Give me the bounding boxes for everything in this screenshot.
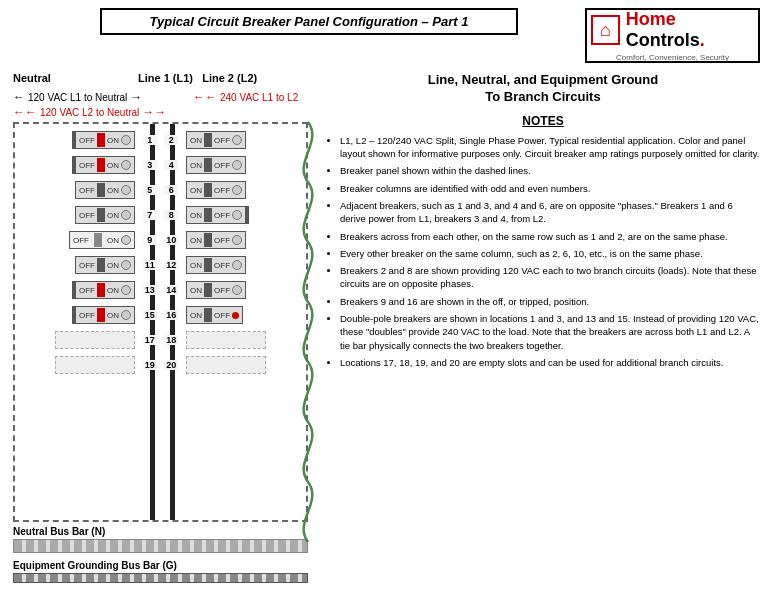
breaker-unit-2[interactable]: ON OFF [186,131,246,149]
neutral-label: Neutral [13,72,51,84]
arrow-120-l1-label: 120 VAC L1 to Neutral [28,92,127,103]
breaker-num-10: 10 [164,235,178,245]
left-breaker-13: OFF ON [19,281,139,299]
breaker-off-label: OFF [214,211,230,220]
breaker-unit-11[interactable]: OFF ON [75,256,135,274]
breaker-off-label: OFF [79,261,95,270]
notes-title: NOTES [326,114,760,128]
breaker-on-label: ON [107,286,119,295]
breaker-circle [232,135,242,145]
arrow-left-red-icon: ←← [13,105,37,119]
breaker-row-1-2: OFF ON 1 2 ON [19,128,302,152]
breaker-unit-15[interactable]: OFF ON [72,306,135,324]
breaker-unit-4[interactable]: ON OFF [186,156,246,174]
ground-bus-bar [13,573,308,583]
breaker-on-label: ON [190,286,202,295]
right-breaker-2: ON OFF [182,131,302,149]
breaker-unit-1[interactable]: OFF ON [72,131,135,149]
arrow-240: ←← 240 VAC L1 to L2 [193,90,301,104]
breaker-circle [121,135,131,145]
left-breaker-3: OFF ON [19,156,139,174]
breaker-circle [232,185,242,195]
breaker-unit-3[interactable]: OFF ON [72,156,135,174]
tripped-indicator [232,312,239,319]
arrow-240-label: 240 VAC L1 to L2 [220,92,298,103]
breaker-on-label: ON [190,136,202,145]
neutral-bus-bar [13,539,308,553]
breaker-row-17-18: 17 18 [19,328,302,352]
right-heading: Line, Neutral, and Equipment GroundTo Br… [326,72,760,106]
center-numbers-1-2: 1 2 [139,135,182,145]
breaker-unit-8[interactable]: ON OFF [186,206,249,224]
left-panel: Neutral Line 1 (L1) Line 2 (L2) ← 120 VA… [8,72,318,585]
center-numbers-7-8: 7 8 [139,210,182,220]
breaker-unit-14[interactable]: ON OFF [186,281,246,299]
breaker-unit-10[interactable]: ON OFF [186,231,246,249]
right-empty-20 [182,356,302,374]
breaker-num-7: 7 [143,210,157,220]
breaker-on-label: ON [107,136,119,145]
breaker-handle [204,283,212,297]
center-numbers-5-6: 5 6 [139,185,182,195]
left-breaker-15: OFF ON [19,306,139,324]
breaker-handle [204,208,212,222]
page-title: Typical Circuit Breaker Panel Configurat… [150,14,469,29]
breaker-on-label: ON [190,236,202,245]
breaker-off-label: OFF [79,161,95,170]
breaker-circle [121,235,131,245]
right-panel: Line, Neutral, and Equipment GroundTo Br… [318,72,760,585]
breaker-handle [97,258,105,272]
right-breaker-8: ON OFF [182,206,302,224]
ground-bus-label: Equipment Grounding Bus Bar (G) [13,560,177,571]
breaker-unit-16[interactable]: ON OFF [186,306,243,324]
breaker-handle [97,308,105,322]
breaker-num-20: 20 [164,360,178,370]
arrow-right-icon: → [130,90,142,104]
arrow-120-l1: ← 120 VAC L1 to Neutral → [13,90,142,104]
breaker-circle [232,260,242,270]
empty-slot-19 [55,356,135,374]
panel-diagram: OFF ON 1 2 ON [13,122,308,522]
note-4: Adjacent breakers, such as 1 and 3, and … [340,199,760,226]
left-empty-19 [19,356,139,374]
breaker-unit-6[interactable]: ON OFF [186,181,246,199]
breaker-num-16: 16 [164,310,178,320]
breaker-circle [232,210,242,220]
breaker-circle [121,260,131,270]
left-empty-17 [19,331,139,349]
breaker-row-5-6: OFF ON 5 6 ON [19,178,302,202]
line-labels: Line 1 (L1) Line 2 (L2) [138,72,257,84]
breaker-on-label: ON [190,186,202,195]
breaker-num-2: 2 [164,135,178,145]
center-numbers-13-14: 13 14 [139,285,182,295]
note-6: Every other breaker on the same column, … [340,247,760,260]
breaker-num-19: 19 [143,360,157,370]
breaker-num-1: 1 [143,135,157,145]
breaker-unit-9[interactable]: OFF ON [69,231,135,249]
breaker-num-12: 12 [164,260,178,270]
right-breaker-14: ON OFF [182,281,302,299]
breaker-on-label: ON [107,211,119,220]
breaker-handle [97,208,105,222]
breaker-circle [121,210,131,220]
breaker-unit-13[interactable]: OFF ON [72,281,135,299]
note-7: Breakers 2 and 8 are shown providing 120… [340,264,760,291]
breaker-row-19-20: 19 20 [19,353,302,377]
arrow-240-left-icon: ←← [193,90,217,104]
breaker-handle [97,133,105,147]
center-numbers-19-20: 19 20 [139,360,182,370]
line2-label: Line 2 (L2) [202,72,257,84]
breaker-off-label: OFF [214,261,230,270]
empty-slot-20 [186,356,266,374]
breaker-unit-12[interactable]: ON OFF [186,256,246,274]
breaker-off-label: OFF [79,311,95,320]
breaker-off-label: OFF [79,286,95,295]
right-breaker-6: ON OFF [182,181,302,199]
note-1: L1, L2 – 120/240 VAC Split, Single Phase… [340,134,760,161]
breaker-unit-5[interactable]: OFF ON [75,181,135,199]
breaker-row-13-14: OFF ON 13 14 ON [19,278,302,302]
breaker-on-label: ON [107,311,119,320]
breaker-unit-7[interactable]: OFF ON [75,206,135,224]
logo-tagline: Comfort, Convenience, Security [616,53,729,62]
breaker-row-11-12: OFF ON 11 12 ON [19,253,302,277]
